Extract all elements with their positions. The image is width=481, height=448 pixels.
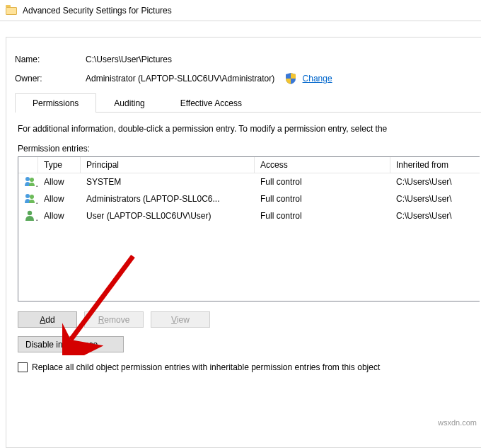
cell-access: Full control [255,209,390,222]
owner-label: Owner: [15,74,86,84]
tab-permissions[interactable]: Permissions [15,93,96,113]
main-panel: Name: C:\Users\User\Pictures Owner: Admi… [6,37,481,448]
remove-button: Remove [84,311,144,328]
disable-inheritance-button[interactable]: Disable inheritance [18,336,124,352]
svg-point-1 [30,178,34,182]
cell-inherited: C:\Users\User\ [390,209,480,222]
table-row[interactable]: AllowSYSTEMFull controlC:\Users\User\ [18,173,480,190]
shield-icon [286,73,296,84]
cell-type: Allow [38,193,81,205]
cell-inherited: C:\Users\User\ [390,176,480,188]
entries-label: Permission entries: [18,144,480,154]
column-header-principal[interactable]: Principal [81,157,255,173]
group-icon [24,176,35,187]
svg-point-4 [28,210,32,214]
cell-access: Full control [255,193,390,205]
name-row: Name: C:\Users\User\Pictures [15,54,481,64]
hint-text: For additional information, double-click… [18,124,480,134]
svg-point-3 [30,195,34,199]
table-header-row: Type Principal Access Inherited from [18,157,480,173]
column-header-icon[interactable] [18,157,38,173]
button-row-2: Disable inheritance [18,336,480,352]
cell-access: Full control [255,176,390,188]
table-body: AllowSYSTEMFull controlC:\Users\User\All… [18,173,480,301]
column-header-access[interactable]: Access [255,157,390,173]
replace-checkbox-label: Replace all child object permission entr… [32,362,380,372]
name-value: C:\Users\User\Pictures [86,54,172,64]
tab-content: For additional information, double-click… [15,113,481,372]
cell-principal: User (LAPTOP-SLL0C6UV\User) [81,209,255,222]
tab-effective-access[interactable]: Effective Access [163,93,260,113]
titlebar: Advanced Security Settings for Pictures [0,0,481,21]
group-icon [24,193,35,204]
cell-type: Allow [38,209,81,222]
svg-point-2 [25,194,30,198]
cell-inherited: C:\Users\User\ [390,193,480,205]
cell-principal: Administrators (LAPTOP-SLL0C6... [81,193,255,205]
add-button[interactable]: Add [18,311,77,328]
svg-point-0 [25,177,30,181]
button-row: Add Remove View [18,311,480,328]
owner-value: Administrator (LAPTOP-SLL0C6UV\Administr… [86,74,274,84]
name-label: Name: [15,54,86,64]
folder-icon [6,6,17,15]
watermark: wsxdn.com [438,418,477,427]
cell-type: Allow [38,176,81,188]
column-header-inherited[interactable]: Inherited from [390,157,480,173]
view-button: View [151,311,210,328]
replace-checkbox-row: Replace all child object permission entr… [18,362,480,372]
window-title: Advanced Security Settings for Pictures [23,6,172,16]
table-row[interactable]: AllowUser (LAPTOP-SLL0C6UV\User)Full con… [18,207,480,224]
table-row[interactable]: AllowAdministrators (LAPTOP-SLL0C6...Ful… [18,190,480,207]
column-header-type[interactable]: Type [38,157,81,173]
user-icon [24,209,35,221]
tabstrip: Permissions Auditing Effective Access [15,93,481,113]
change-owner-link[interactable]: Change [303,74,332,84]
owner-row: Owner: Administrator (LAPTOP-SLL0C6UV\Ad… [15,73,481,84]
replace-checkbox[interactable] [18,362,28,372]
permissions-table: Type Principal Access Inherited from All… [18,156,480,301]
tab-auditing[interactable]: Auditing [96,93,162,113]
cell-principal: SYSTEM [81,176,255,188]
